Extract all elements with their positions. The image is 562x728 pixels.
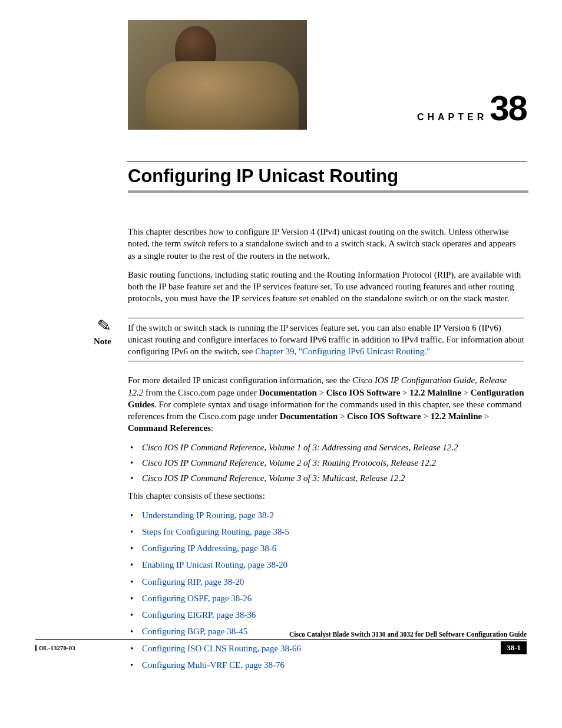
list-item: Cisco IOS IP Command Reference, Volume 3… (142, 472, 524, 484)
reference-title: Cisco IOS IP Command Reference, Volume 2… (142, 458, 436, 467)
text: > (421, 411, 431, 421)
chapter-number: 38 (490, 91, 527, 126)
list-item: Cisco IOS IP Command Reference, Volume 1… (142, 442, 524, 453)
section-link[interactable]: Configuring OSPF, page 38-26 (142, 594, 252, 603)
chapter-header: CHAPTER 38 (128, 20, 527, 130)
footer-page-number: 38-1 (501, 641, 527, 654)
page-title: Configuring IP Unicast Routing (128, 166, 527, 187)
section-link[interactable]: Understanding IP Routing, page 38-2 (142, 510, 274, 520)
footer-guide-title: Cisco Catalyst Blade Switch 3130 and 303… (35, 631, 527, 638)
breadcrumb-part: Cisco IOS Software (347, 411, 421, 421)
text: from the Cisco.com page under (143, 388, 259, 397)
note-link-chapter-39[interactable]: Chapter 39, "Configuring IPv6 Unicast Ro… (255, 347, 430, 356)
page-footer: Cisco Catalyst Blade Switch 3130 and 303… (35, 631, 527, 654)
footer-tick-icon (35, 645, 37, 651)
footer-rule (35, 639, 527, 640)
text: For more detailed IP unicast configurati… (128, 375, 352, 385)
note-label: Note (94, 335, 128, 347)
text: > (317, 388, 326, 397)
body-content: This chapter describes how to configure … (128, 226, 524, 671)
breadcrumb-part: 12.2 Mainline (409, 388, 461, 397)
list-item: Steps for Configuring Routing, page 38-5 (142, 526, 524, 538)
text: > (400, 388, 409, 397)
chapter-photo (128, 20, 307, 130)
list-item: Enabling IP Unicast Routing, page 38-20 (142, 559, 524, 571)
reference-title: Cisco IOS IP Command Reference, Volume 1… (142, 443, 458, 452)
note-pen-icon: ✎ (97, 317, 111, 335)
footer-doc-id: OL-13270-03 (39, 644, 75, 651)
list-item: Configuring OSPF, page 38-26 (142, 592, 524, 604)
chapter-label-block: CHAPTER 38 (417, 91, 527, 130)
breadcrumb-part: 12.2 Mainline (431, 411, 482, 421)
section-link[interactable]: Steps for Configuring Routing, page 38-5 (142, 527, 289, 536)
breadcrumb-part: Cisco IOS Software (326, 388, 401, 397)
breadcrumb-part: Documentation (259, 388, 316, 397)
sections-intro: This chapter consists of these sections: (128, 490, 524, 502)
text: > (338, 411, 347, 421)
title-rule-top (127, 162, 527, 162)
list-item: Understanding IP Routing, page 38-2 (142, 509, 524, 521)
text: > (461, 388, 471, 397)
reference-list: Cisco IOS IP Command Reference, Volume 1… (142, 442, 524, 485)
section-link[interactable]: Configuring RIP, page 38-20 (142, 577, 244, 587)
breadcrumb-part: Documentation (280, 411, 338, 421)
section-link[interactable]: Configuring Multi-VRF CE, page 38-76 (142, 660, 285, 670)
text: : (211, 423, 213, 433)
list-item: Configuring IP Addressing, page 38-6 (142, 542, 524, 554)
text: > (482, 411, 489, 421)
intro-paragraph-2: Basic routing functions, including stati… (128, 269, 524, 305)
list-item: Configuring RIP, page 38-20 (142, 576, 524, 588)
intro-paragraph-1: This chapter describes how to configure … (128, 226, 524, 262)
note-block: ✎ Note If the switch or switch stack is … (94, 318, 524, 362)
list-item: Configuring EIGRP, page 38-36 (142, 609, 524, 621)
section-link[interactable]: Configuring EIGRP, page 38-36 (142, 610, 256, 620)
title-rule-bottom (128, 190, 528, 193)
breadcrumb-part: Command References (128, 423, 211, 433)
reference-title: Cisco IOS IP Command Reference, Volume 3… (142, 473, 405, 483)
reference-intro-paragraph: For more detailed IP unicast configurati… (128, 374, 524, 434)
chapter-word: CHAPTER (417, 112, 487, 123)
list-item: Configuring Multi-VRF CE, page 38-76 (142, 659, 524, 671)
list-item: Cisco IOS IP Command Reference, Volume 2… (142, 457, 524, 469)
section-link[interactable]: Enabling IP Unicast Routing, page 38-20 (142, 560, 287, 569)
section-link[interactable]: Configuring IP Addressing, page 38-6 (142, 543, 276, 553)
text-italic: switch (183, 239, 206, 248)
